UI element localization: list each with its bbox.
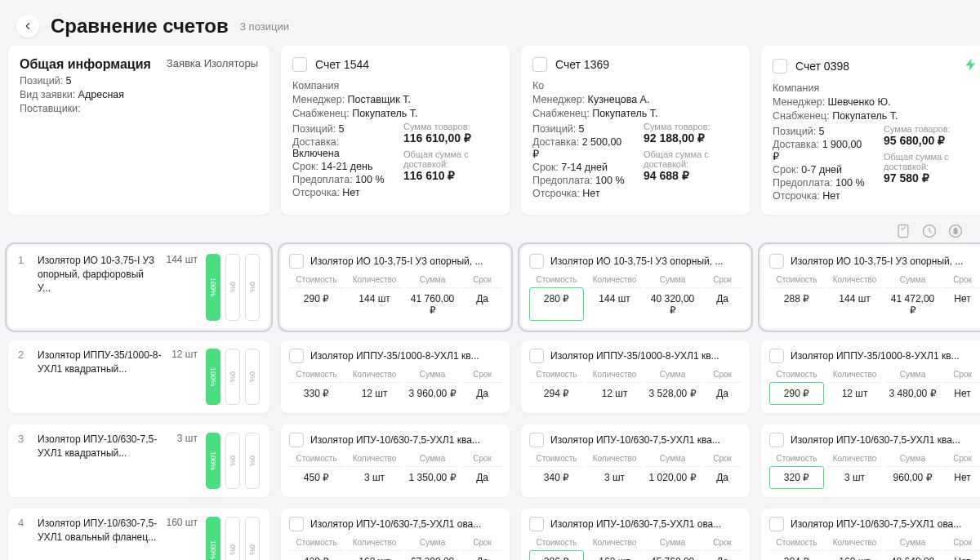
item-summary[interactable]: 4 Изолятор ИПУ-10/630-7,5-УХЛ1 овальный … (8, 509, 270, 560)
bar-0: 0% (225, 349, 240, 405)
offer-name: Изолятор ИПУ-10/630-7,5-УХЛ1 ква... (550, 434, 720, 446)
item-qty: 12 шт (172, 349, 198, 405)
offer-cost: 420 ₽ (289, 550, 344, 560)
company-label: Компания (773, 82, 978, 94)
back-button[interactable] (16, 15, 39, 38)
offer-term: Да (463, 382, 501, 404)
offer-term: Да (463, 287, 501, 321)
account-checkbox[interactable] (292, 57, 307, 72)
company-label: Компания (292, 80, 498, 91)
item-index: 3 (18, 433, 29, 489)
bar-0: 0% (225, 254, 240, 321)
item-summary[interactable]: 3 Изолятор ИПУ-10/630-7,5-УХЛ1 квадратны… (8, 424, 270, 497)
offer-checkbox[interactable] (289, 517, 304, 531)
buyer: Снабженец: Покупатель Т. (773, 110, 978, 122)
offer-name: Изолятор ИО 10-3,75-I У3 опорный, ... (550, 256, 723, 267)
offer-name: Изолятор ИПУ-10/630-7,5-УХЛ1 ова... (791, 518, 961, 530)
item-offer-card: Изолятор ИППУ-35/1000-8-УХЛ1 кв... Стоим… (281, 340, 510, 413)
offer-sum: 1 020,00 ₽ (645, 466, 700, 488)
total-sum: 116 610 ₽ (403, 169, 498, 182)
offer-term: Да (703, 550, 742, 560)
item-offer-card: Изолятор ИО 10-3,75-I У3 опорный, ... Ст… (281, 246, 510, 329)
offer-term: Да (703, 466, 742, 488)
offer-sum: 3 480,00 ₽ (885, 382, 940, 405)
offer-sum: 41 760,00 ₽ (405, 287, 460, 321)
item-qty: 144 шт (167, 254, 198, 321)
item-index: 2 (18, 349, 29, 405)
account-card: Счет 1369 Ко Менеджер: Кузнецова А. Снаб… (521, 46, 750, 215)
goods-sum-label: Сумма товаров: (644, 122, 738, 131)
total-sum: 94 688 ₽ (644, 169, 738, 182)
item-offer-card: Изолятор ИО 10-3,75-I У3 опорный, ... Ст… (761, 246, 980, 329)
offer-qty: 12 шт (827, 382, 882, 405)
offer-sum: 45 760,00 ₽ (645, 550, 700, 560)
account-card: Счет 1544 Компания Менеджер: Поставщик Т… (281, 46, 510, 215)
item-name: Изолятор ИПУ-10/630-7,5-УХЛ1 овальный фл… (38, 517, 158, 560)
offer-checkbox[interactable] (289, 254, 304, 269)
refresh-icon[interactable] (921, 223, 938, 239)
offer-sum: 1 350,00 ₽ (405, 466, 460, 488)
goods-sum-label: Сумма товаров: (403, 122, 498, 131)
request-link[interactable]: Заявка Изоляторы (167, 57, 258, 69)
offer-checkbox[interactable] (289, 349, 304, 363)
offer-checkbox[interactable] (769, 349, 784, 363)
offer-sum: 41 472,00 ₽ (885, 287, 940, 321)
offer-term: Нет (943, 382, 980, 405)
offer-checkbox[interactable] (529, 517, 544, 531)
offer-checkbox[interactable] (769, 517, 784, 531)
manager: Менеджер: Поставщик Т. (292, 94, 498, 105)
offer-checkbox[interactable] (529, 254, 544, 269)
item-offer-card: Изолятор ИПУ-10/630-7,5-УХЛ1 ова... Стои… (521, 509, 750, 560)
item-summary[interactable]: 1 Изолятор ИО 10-3,75-I У3 опорный, фарф… (8, 246, 270, 329)
account-checkbox[interactable] (773, 59, 787, 73)
bar-0: 0% (245, 254, 260, 321)
currency-icon[interactable]: $ (947, 223, 964, 239)
item-offer-card: Изолятор ИПУ-10/630-7,5-УХЛ1 ква... Стои… (521, 424, 750, 497)
manager: Менеджер: Кузнецова А. (532, 94, 738, 105)
bolt-icon (964, 57, 978, 74)
buyer: Снабженец: Покупатель Т. (532, 108, 738, 119)
total-sum-label: Общая сумма с доставкой: (403, 149, 498, 169)
offer-term: Да (463, 466, 501, 488)
offer-cost: 340 ₽ (529, 466, 584, 488)
item-offer-card: Изолятор ИО 10-3,75-I У3 опорный, ... Ст… (521, 246, 750, 329)
offer-checkbox[interactable] (529, 349, 544, 363)
account-title: Счет 1369 (555, 58, 609, 71)
offer-checkbox[interactable] (769, 433, 784, 447)
offer-checkbox[interactable] (529, 433, 544, 447)
offer-sum: 48 640,00 ₽ (885, 550, 940, 560)
goods-sum: 95 680,00 ₽ (884, 134, 978, 147)
bar-0: 0% (245, 433, 260, 489)
file-icon[interactable] (895, 223, 911, 239)
offer-sum: 960,00 ₽ (885, 466, 940, 489)
offer-term: Нет (943, 466, 980, 489)
offer-qty: 144 шт (827, 287, 882, 321)
offer-cost: 290 ₽ (769, 382, 824, 405)
item-row: 2 Изолятор ИППУ-35/1000-8-УХЛ1 квадратны… (8, 340, 972, 413)
item-summary[interactable]: 2 Изолятор ИППУ-35/1000-8-УХЛ1 квадратны… (8, 340, 270, 413)
bar-100: 100% (206, 254, 220, 321)
bar-0: 0% (225, 433, 240, 489)
info-positions: Позиций: 5 (20, 75, 258, 87)
info-type: Вид заявки: Адресная (20, 89, 258, 100)
item-name: Изолятор ИППУ-35/1000-8-УХЛ1 квадратный.… (38, 349, 163, 405)
offer-term: Нет (943, 287, 980, 321)
match-bars: 100% 0% 0% (206, 254, 260, 321)
account-checkbox[interactable] (532, 57, 547, 72)
item-offer-card: Изолятор ИППУ-35/1000-8-УХЛ1 кв... Стоим… (521, 340, 750, 413)
svg-rect-0 (898, 225, 908, 238)
offer-term: Нет (943, 550, 980, 560)
general-info-card: Общая информация Заявка Изоляторы Позици… (8, 46, 270, 215)
item-name: Изолятор ИО 10-3,75-I У3 опорный, фарфор… (38, 254, 158, 321)
toolbar: $ (0, 215, 980, 246)
offer-cost: 450 ₽ (289, 466, 344, 488)
offer-qty: 3 шт (827, 466, 882, 489)
offer-checkbox[interactable] (289, 433, 304, 447)
offer-sum: 3 960,00 ₽ (405, 382, 460, 404)
offer-checkbox[interactable] (769, 254, 784, 269)
offer-name: Изолятор ИППУ-35/1000-8-УХЛ1 кв... (550, 350, 719, 362)
item-row: 3 Изолятор ИПУ-10/630-7,5-УХЛ1 квадратны… (8, 424, 972, 497)
account-title: Счет 1544 (315, 58, 369, 71)
offer-cost: 280 ₽ (529, 287, 584, 321)
offer-term: Да (703, 287, 742, 321)
